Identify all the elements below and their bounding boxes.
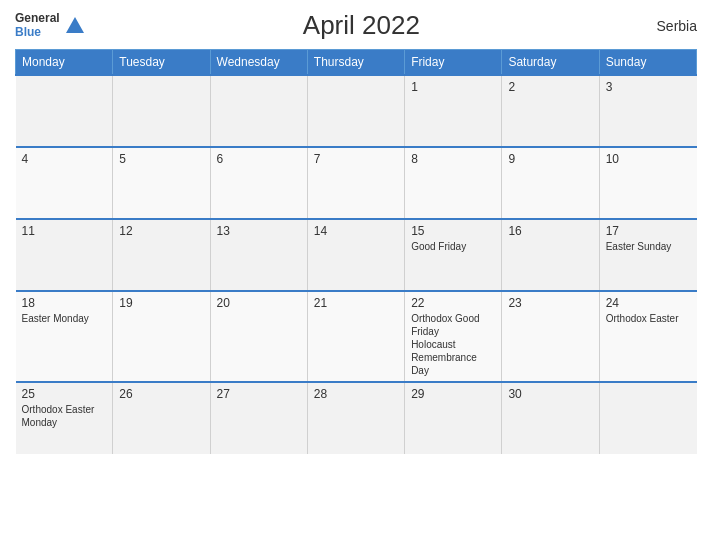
logo-flag-icon	[64, 15, 86, 37]
day-number: 18	[22, 296, 107, 310]
day-number: 13	[217, 224, 301, 238]
logo-general-text: General	[15, 12, 60, 25]
weekday-header: Saturday	[502, 50, 599, 76]
day-number: 17	[606, 224, 691, 238]
day-number: 24	[606, 296, 691, 310]
header: General Blue April 2022 Serbia	[15, 10, 697, 41]
calendar-cell: 22Orthodox Good FridayHolocaust Remembra…	[405, 291, 502, 382]
calendar-cell: 6	[210, 147, 307, 219]
calendar-event: Orthodox Easter Monday	[22, 403, 107, 429]
day-number: 12	[119, 224, 203, 238]
calendar-cell: 30	[502, 382, 599, 454]
weekday-header: Tuesday	[113, 50, 210, 76]
day-number: 3	[606, 80, 691, 94]
day-number: 4	[22, 152, 107, 166]
logo: General Blue	[15, 12, 86, 38]
calendar-cell: 20	[210, 291, 307, 382]
country-label: Serbia	[637, 18, 697, 34]
calendar-cell: 29	[405, 382, 502, 454]
calendar-cell	[599, 382, 696, 454]
day-number: 9	[508, 152, 592, 166]
calendar-cell: 28	[307, 382, 404, 454]
day-number: 11	[22, 224, 107, 238]
week-row: 18Easter Monday19202122Orthodox Good Fri…	[16, 291, 697, 382]
calendar-cell: 24Orthodox Easter	[599, 291, 696, 382]
calendar-cell: 26	[113, 382, 210, 454]
weekday-header: Monday	[16, 50, 113, 76]
calendar-cell	[307, 75, 404, 147]
week-row: 123	[16, 75, 697, 147]
week-row: 25Orthodox Easter Monday2627282930	[16, 382, 697, 454]
calendar-header: MondayTuesdayWednesdayThursdayFridaySatu…	[16, 50, 697, 76]
calendar-cell: 2	[502, 75, 599, 147]
calendar-cell: 13	[210, 219, 307, 291]
calendar-event: Easter Monday	[22, 312, 107, 325]
calendar-cell: 17Easter Sunday	[599, 219, 696, 291]
calendar-cell: 1	[405, 75, 502, 147]
calendar-cell: 14	[307, 219, 404, 291]
day-number: 25	[22, 387, 107, 401]
svg-marker-0	[66, 17, 84, 33]
calendar-cell: 11	[16, 219, 113, 291]
calendar-cell: 19	[113, 291, 210, 382]
calendar-cell: 7	[307, 147, 404, 219]
day-number: 2	[508, 80, 592, 94]
calendar-cell	[210, 75, 307, 147]
calendar-cell: 16	[502, 219, 599, 291]
day-number: 23	[508, 296, 592, 310]
day-number: 19	[119, 296, 203, 310]
calendar-title: April 2022	[86, 10, 637, 41]
calendar-cell: 3	[599, 75, 696, 147]
week-row: 45678910	[16, 147, 697, 219]
day-number: 21	[314, 296, 398, 310]
calendar-cell: 27	[210, 382, 307, 454]
calendar-event: Orthodox Easter	[606, 312, 691, 325]
calendar-event: Orthodox Good Friday	[411, 312, 495, 338]
day-number: 22	[411, 296, 495, 310]
weekday-row: MondayTuesdayWednesdayThursdayFridaySatu…	[16, 50, 697, 76]
weekday-header: Friday	[405, 50, 502, 76]
day-number: 26	[119, 387, 203, 401]
day-number: 28	[314, 387, 398, 401]
calendar-cell: 25Orthodox Easter Monday	[16, 382, 113, 454]
page: General Blue April 2022 Serbia MondayTue…	[0, 0, 712, 550]
calendar-cell: 21	[307, 291, 404, 382]
day-number: 6	[217, 152, 301, 166]
calendar-event: Holocaust Remembrance Day	[411, 338, 495, 377]
calendar-cell: 8	[405, 147, 502, 219]
day-number: 7	[314, 152, 398, 166]
day-number: 16	[508, 224, 592, 238]
day-number: 5	[119, 152, 203, 166]
calendar-cell: 9	[502, 147, 599, 219]
weekday-header: Sunday	[599, 50, 696, 76]
calendar-cell: 18Easter Monday	[16, 291, 113, 382]
calendar-cell: 15Good Friday	[405, 219, 502, 291]
day-number: 1	[411, 80, 495, 94]
calendar-cell: 23	[502, 291, 599, 382]
calendar-body: 123456789101112131415Good Friday1617East…	[16, 75, 697, 454]
day-number: 30	[508, 387, 592, 401]
day-number: 29	[411, 387, 495, 401]
day-number: 8	[411, 152, 495, 166]
calendar-cell: 4	[16, 147, 113, 219]
weekday-header: Wednesday	[210, 50, 307, 76]
calendar-table: MondayTuesdayWednesdayThursdayFridaySatu…	[15, 49, 697, 454]
calendar-event: Good Friday	[411, 240, 495, 253]
calendar-event: Easter Sunday	[606, 240, 691, 253]
calendar-cell	[113, 75, 210, 147]
day-number: 15	[411, 224, 495, 238]
calendar-cell: 5	[113, 147, 210, 219]
calendar-cell	[16, 75, 113, 147]
day-number: 14	[314, 224, 398, 238]
calendar-cell: 10	[599, 147, 696, 219]
day-number: 20	[217, 296, 301, 310]
weekday-header: Thursday	[307, 50, 404, 76]
day-number: 27	[217, 387, 301, 401]
week-row: 1112131415Good Friday1617Easter Sunday	[16, 219, 697, 291]
logo-blue-text: Blue	[15, 26, 60, 39]
calendar-cell: 12	[113, 219, 210, 291]
day-number: 10	[606, 152, 691, 166]
